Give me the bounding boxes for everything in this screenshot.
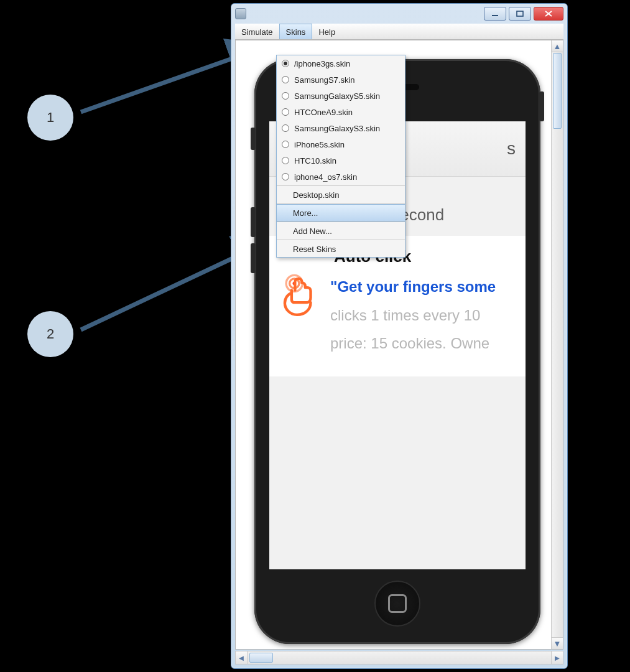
upgrade-text: "Get your fingers some clicks 1 times ev… bbox=[330, 273, 496, 358]
skins-dropdown: /iphone3gs.skin SamsungS7.skin SamsungGa… bbox=[276, 55, 405, 258]
tap-icon bbox=[278, 273, 322, 358]
skin-option-label: SamsungGalaxyS5.skin bbox=[294, 91, 380, 101]
minimize-button[interactable] bbox=[484, 7, 506, 21]
simulator-window: Simulate Skins Help /iphone3gs.skin Sams… bbox=[231, 3, 568, 669]
scroll-thumb[interactable] bbox=[553, 53, 562, 129]
menu-item-label: Add New... bbox=[293, 226, 332, 236]
skin-option-label: iPhone5s.skin bbox=[294, 140, 345, 149]
close-button[interactable] bbox=[534, 7, 563, 21]
skin-option-htc10[interactable]: HTC10.skin bbox=[277, 152, 405, 169]
menu-separator bbox=[277, 185, 405, 186]
skin-option-iphone4os7[interactable]: iphone4_os7.skin bbox=[277, 169, 405, 185]
svg-rect-2 bbox=[492, 15, 498, 16]
scroll-right-button[interactable]: ► bbox=[551, 651, 563, 664]
app-header-tail: s bbox=[507, 139, 516, 159]
menu-skins[interactable]: Skins bbox=[279, 24, 313, 39]
skin-desktop[interactable]: Desktop.skin bbox=[277, 187, 405, 203]
menubar: Simulate Skins Help bbox=[235, 24, 563, 40]
callout-1: 1 bbox=[27, 95, 73, 141]
app-icon bbox=[235, 8, 246, 19]
scroll-up-button[interactable]: ▲ bbox=[552, 40, 563, 52]
upgrade-line2: clicks 1 times every 10 bbox=[330, 301, 496, 330]
menu-separator bbox=[277, 222, 405, 222]
skin-more[interactable]: More... bbox=[277, 204, 405, 222]
upgrade-line3: price: 15 cookies. Owne bbox=[330, 329, 496, 358]
device-home-button[interactable] bbox=[374, 581, 420, 627]
skin-option-label: SamsungGalaxyS3.skin bbox=[294, 124, 380, 133]
svg-rect-3 bbox=[517, 11, 523, 16]
skin-add-new[interactable]: Add New... bbox=[277, 223, 405, 239]
skin-option-samsunggalaxys5[interactable]: SamsungGalaxyS5.skin bbox=[277, 88, 405, 104]
menu-item-label: Reset Skins bbox=[293, 245, 336, 254]
menu-item-label: More... bbox=[293, 208, 318, 218]
skin-option-samsunggalaxys3[interactable]: SamsungGalaxyS3.skin bbox=[277, 120, 405, 136]
hscroll-thumb[interactable] bbox=[249, 653, 273, 663]
horizontal-scrollbar[interactable]: ◄ ► bbox=[235, 651, 563, 665]
callout-2-label: 2 bbox=[47, 326, 54, 342]
device-power-button[interactable] bbox=[539, 91, 544, 121]
skin-option-htconea9[interactable]: HTCOneA9.skin bbox=[277, 104, 405, 120]
skin-option-label: SamsungS7.skin bbox=[294, 75, 355, 85]
titlebar[interactable] bbox=[231, 4, 567, 24]
menu-item-label: Desktop.skin bbox=[293, 190, 339, 200]
vertical-scrollbar[interactable]: ▲ ▼ bbox=[551, 40, 563, 649]
scroll-left-button[interactable]: ◄ bbox=[236, 651, 248, 664]
callout-1-label: 1 bbox=[47, 110, 54, 126]
skin-option-iphone3gs[interactable]: /iphone3gs.skin bbox=[277, 55, 405, 72]
skin-option-iphone5s[interactable]: iPhone5s.skin bbox=[277, 136, 405, 152]
device-volume-up[interactable] bbox=[251, 207, 256, 237]
upgrade-quote: "Get your fingers some bbox=[330, 273, 496, 301]
device-mute-switch[interactable] bbox=[251, 128, 256, 150]
client-area: /iphone3gs.skin SamsungS7.skin SamsungGa… bbox=[235, 40, 563, 650]
menu-separator bbox=[277, 240, 405, 240]
device-volume-down[interactable] bbox=[251, 243, 256, 273]
skin-reset[interactable]: Reset Skins bbox=[277, 241, 405, 257]
callout-2: 2 bbox=[27, 311, 73, 357]
skin-option-samsungs7[interactable]: SamsungS7.skin bbox=[277, 72, 405, 88]
menu-help[interactable]: Help bbox=[312, 24, 341, 39]
skin-option-label: /iphone3gs.skin bbox=[294, 59, 350, 68]
menu-simulate[interactable]: Simulate bbox=[235, 24, 279, 39]
scroll-down-button[interactable]: ▼ bbox=[552, 637, 563, 649]
home-icon bbox=[388, 594, 407, 613]
skin-option-label: iphone4_os7.skin bbox=[294, 172, 357, 182]
maximize-button[interactable] bbox=[509, 7, 531, 21]
skin-option-label: HTC10.skin bbox=[294, 156, 336, 166]
skin-option-label: HTCOneA9.skin bbox=[294, 108, 353, 117]
